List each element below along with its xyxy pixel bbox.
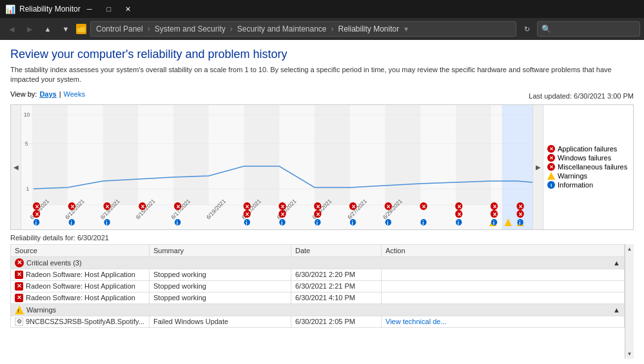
chart-svg: 10 5 1 6/11/2021 [21, 105, 532, 229]
sep1: › [148, 24, 150, 34]
svg-text:✕: ✕ [422, 204, 427, 210]
summary-cell: Failed Windows Update [150, 316, 291, 327]
view-by-label: View by: [10, 90, 37, 98]
svg-text:✕: ✕ [280, 211, 286, 218]
graph-left-arrow[interactable]: ◀ [11, 105, 21, 229]
summary-cell: Stopped working [150, 280, 291, 292]
svg-text:✕: ✕ [316, 211, 321, 218]
svg-text:✕: ✕ [141, 204, 146, 210]
vertical-scrollbar[interactable]: ▲ ▼ [625, 244, 634, 359]
svg-rect-11 [103, 105, 139, 205]
sep3: › [331, 24, 334, 34]
critical-section-icon: ✕ [15, 258, 24, 267]
col-header-date: Date [291, 244, 382, 256]
warnings-collapse-arrow[interactable]: ▲ [613, 306, 620, 314]
back-button[interactable]: ◀ [4, 21, 19, 37]
addressbar: ◀ ▶ ▲ ▼ Control Panel › System and Secur… [0, 18, 644, 40]
section-row-critical[interactable]: ✕ Critical events (3) ▲ [11, 256, 625, 269]
legend-win-failures-label: Windows failures [558, 154, 611, 162]
view-separator: | [59, 90, 61, 98]
folder-icon [76, 24, 86, 34]
critical-collapse-arrow[interactable]: ▲ [613, 259, 620, 267]
svg-text:✕: ✕ [176, 204, 181, 210]
svg-text:i: i [317, 220, 318, 226]
breadcrumb-dropdown[interactable]: ▾ [404, 24, 408, 34]
date-cell: 6/30/2021 4:10 PM [291, 292, 382, 303]
svg-text:✕: ✕ [457, 204, 462, 210]
breadcrumb-security-maintenance[interactable]: Security and Maintenance [237, 24, 327, 34]
warnings-section-text: Warnings [26, 306, 56, 314]
warnings-section-label: ! Warnings ▲ [15, 305, 620, 314]
search-box[interactable]: 🔍 [537, 21, 640, 37]
svg-text:i: i [70, 220, 72, 226]
action-cell[interactable]: View technical de... [382, 316, 625, 327]
warning-row-icon: ⚙ [15, 318, 23, 326]
page-title: Review your computer's reliability and p… [10, 48, 634, 61]
forward-button[interactable]: ▶ [22, 21, 37, 37]
legend-information-label: Information [558, 181, 593, 189]
legend-win-failures: ✕ Windows failures [547, 154, 629, 162]
legend-app-failures-label: Application failures [558, 145, 617, 153]
details-header: Reliability details for: 6/30/2021 [10, 234, 634, 242]
svg-text:✕: ✕ [35, 211, 40, 218]
row-error-icon: ✕ [15, 271, 23, 279]
address-box[interactable]: Control Panel › System and Security › Se… [90, 21, 516, 37]
svg-text:✕: ✕ [457, 211, 462, 218]
view-by-days[interactable]: Days [39, 90, 56, 98]
critical-section-text: Critical events (3) [26, 259, 82, 267]
table-scroll: Source Summary Date Action ✕ [10, 244, 634, 359]
svg-text:✕: ✕ [493, 204, 498, 210]
legend-misc-icon: ✕ [547, 163, 555, 171]
maximize-button[interactable]: □ [100, 0, 118, 18]
minimize-button[interactable]: ─ [81, 0, 99, 18]
svg-text:✕: ✕ [386, 204, 391, 210]
legend-app-failures: ✕ Application failures [547, 145, 629, 153]
svg-text:i: i [246, 220, 247, 226]
summary-cell: Stopped working [150, 269, 291, 280]
reliability-graph: ◀ 10 5 1 [10, 104, 634, 230]
graph-right-arrow[interactable]: ▶ [532, 105, 543, 229]
details-table: Source Summary Date Action ✕ [10, 244, 625, 328]
svg-text:i: i [281, 220, 282, 226]
svg-rect-14 [315, 105, 350, 205]
summary-cell: Stopped working [150, 292, 291, 303]
source-cell: ⚙ 9NCBCSZSJRSB-SpotifyAB.Spotify... [11, 316, 150, 327]
scroll-down[interactable]: ▼ [625, 349, 634, 359]
col-header-source: Source [11, 244, 150, 256]
svg-text:✕: ✕ [493, 211, 498, 218]
titlebar-title: Reliability Monitor [19, 5, 81, 14]
down-arrow-button[interactable]: ▼ [58, 21, 73, 37]
svg-text:✕: ✕ [280, 204, 286, 210]
up-button[interactable]: ▲ [40, 21, 55, 37]
chart-legend: ✕ Application failures ✕ Windows failure… [543, 105, 633, 229]
scroll-up[interactable]: ▲ [625, 244, 634, 254]
svg-text:✕: ✕ [245, 211, 250, 218]
svg-text:✕: ✕ [70, 204, 75, 210]
details-table-wrapper: Source Summary Date Action ✕ [10, 244, 634, 359]
warning-section-icon: ! [15, 305, 24, 314]
svg-rect-17 [502, 105, 532, 229]
refresh-button[interactable]: ↻ [519, 21, 534, 37]
svg-rect-1 [77, 26, 81, 28]
table-inner: Source Summary Date Action ✕ [10, 244, 625, 359]
window-controls: ─ □ ✕ [81, 0, 137, 18]
close-button[interactable]: ✕ [119, 0, 137, 18]
app-icon: 📊 [5, 5, 15, 14]
view-by-weeks[interactable]: Weeks [64, 90, 85, 98]
row-error-icon: ✕ [15, 294, 23, 302]
svg-text:✕: ✕ [518, 204, 523, 210]
breadcrumb-system-security[interactable]: System and Security [155, 24, 226, 34]
search-icon: 🔍 [542, 24, 551, 34]
svg-text:✕: ✕ [518, 211, 523, 218]
svg-text:i: i [387, 220, 388, 226]
svg-text:i: i [519, 220, 520, 226]
table-row: ✕ Radeon Software: Host Application Stop… [11, 269, 625, 280]
table-row: ⚙ 9NCBCSZSJRSB-SpotifyAB.Spotify... Fail… [11, 316, 625, 327]
col-header-summary: Summary [150, 244, 291, 256]
svg-text:i: i [422, 220, 424, 226]
svg-text:✕: ✕ [105, 204, 110, 210]
view-technical-link[interactable]: View technical de... [385, 318, 447, 325]
section-row-warnings[interactable]: ! Warnings ▲ [11, 303, 625, 316]
action-cell [382, 292, 625, 303]
breadcrumb-control-panel[interactable]: Control Panel [96, 24, 143, 34]
